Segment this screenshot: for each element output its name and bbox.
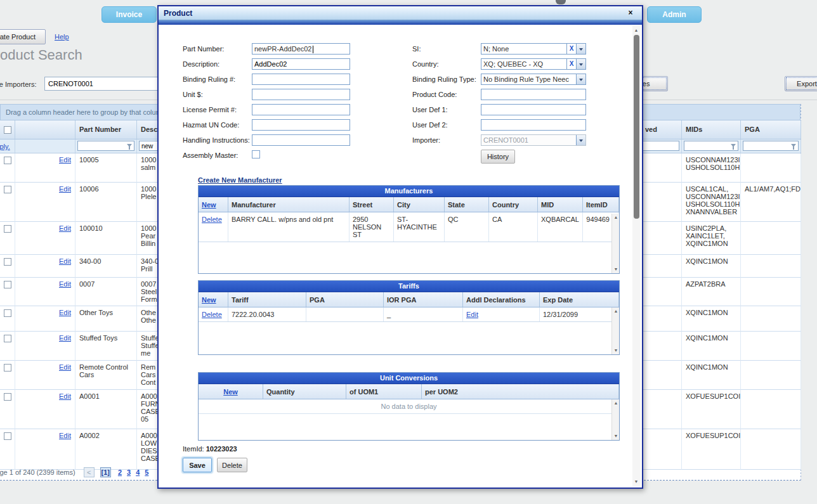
- chevron-down-icon[interactable]: [576, 135, 585, 145]
- mids-cell: USINC2PLA, XAINC1LET, XQINC1MON: [682, 222, 741, 255]
- row-checkbox[interactable]: [4, 258, 11, 266]
- description-input[interactable]: [252, 58, 350, 70]
- row-checkbox[interactable]: [4, 432, 11, 440]
- scrollbar[interactable]: ▲ ▼: [611, 399, 619, 440]
- binding-ruling-input[interactable]: [252, 74, 350, 85]
- history-button[interactable]: History: [481, 150, 515, 164]
- row-checkbox[interactable]: [4, 364, 11, 372]
- new-unit-conversion-link[interactable]: New: [223, 388, 238, 396]
- edit-link[interactable]: Edit: [59, 309, 71, 316]
- scroll-down-icon[interactable]: ▼: [633, 479, 639, 485]
- chevron-down-icon[interactable]: [576, 59, 585, 69]
- part-number-filter-input[interactable]: [77, 141, 134, 151]
- prev-page-button[interactable]: <: [84, 467, 95, 477]
- create-product-button[interactable]: Create Product: [0, 29, 46, 44]
- unit-price-input[interactable]: [252, 89, 350, 100]
- product-code-input[interactable]: [481, 89, 586, 100]
- manufacturers-panel: Manufacturers New Manufacturer Street Ci…: [198, 185, 620, 274]
- row-checkbox[interactable]: [4, 225, 11, 233]
- filter-funnel-icon[interactable]: [791, 144, 797, 150]
- edit-link[interactable]: Edit: [59, 280, 71, 288]
- page-link[interactable]: 3: [127, 468, 131, 476]
- edit-link[interactable]: Edit: [59, 392, 71, 400]
- row-select-cell[interactable]: [0, 390, 15, 429]
- delete-manufacturer-link[interactable]: Delete: [202, 216, 222, 223]
- row-checkbox[interactable]: [4, 335, 11, 342]
- row-select-cell[interactable]: [0, 255, 15, 278]
- scroll-down-icon[interactable]: ▼: [613, 347, 619, 354]
- row-select-cell[interactable]: [0, 222, 15, 255]
- clear-x-button[interactable]: X: [566, 44, 576, 54]
- select-all-checkbox[interactable]: [4, 126, 11, 134]
- scroll-up-icon[interactable]: ▲: [613, 400, 619, 406]
- apply-link[interactable]: Apply.: [0, 143, 10, 150]
- license-permit-input[interactable]: [252, 104, 350, 115]
- save-button[interactable]: Save: [183, 458, 212, 472]
- si-combo[interactable]: N; NoneX: [481, 43, 586, 55]
- edit-link[interactable]: Edit: [59, 156, 71, 164]
- user-def-2-input[interactable]: [481, 119, 586, 131]
- scroll-up-icon[interactable]: ▲: [613, 308, 619, 314]
- tab-admin[interactable]: Admin: [647, 6, 702, 23]
- chevron-down-icon[interactable]: [576, 44, 585, 54]
- hazmat-un-code-input[interactable]: [252, 119, 350, 131]
- row-select-cell[interactable]: [0, 278, 15, 306]
- filter-funnel-icon[interactable]: [127, 144, 133, 150]
- pga-column-header[interactable]: PGA: [741, 120, 801, 139]
- row-select-cell[interactable]: [0, 429, 15, 470]
- page-link[interactable]: 4: [136, 468, 140, 476]
- part-number-column-header[interactable]: Part Number: [75, 120, 137, 139]
- new-manufacturer-link[interactable]: New: [202, 201, 216, 209]
- row-checkbox[interactable]: [4, 281, 11, 288]
- row-select-cell[interactable]: [0, 153, 15, 183]
- scroll-down-icon[interactable]: ▼: [613, 266, 619, 273]
- filter-funnel-icon[interactable]: [731, 144, 736, 150]
- export-button[interactable]: Export: [785, 76, 817, 91]
- pga-filter-input[interactable]: [743, 141, 799, 151]
- scroll-up-icon[interactable]: ▲: [613, 214, 619, 221]
- row-select-cell[interactable]: [0, 306, 15, 332]
- clear-x-button[interactable]: X: [566, 59, 576, 69]
- edit-link[interactable]: Edit: [59, 257, 71, 265]
- scrollbar[interactable]: ▲ ▼: [611, 307, 619, 354]
- user-def-1-input[interactable]: [481, 104, 586, 115]
- handling-instructions-input[interactable]: [252, 134, 350, 146]
- row-select-cell[interactable]: [0, 332, 15, 361]
- assembly-master-checkbox[interactable]: [252, 150, 260, 158]
- help-link[interactable]: Help: [55, 33, 69, 41]
- delete-button[interactable]: Delete: [217, 458, 247, 472]
- new-tariff-link[interactable]: New: [202, 296, 216, 304]
- scroll-down-icon[interactable]: ▼: [613, 433, 619, 439]
- tab-invoice[interactable]: Invoice: [101, 6, 157, 23]
- edit-link[interactable]: Edit: [59, 363, 71, 371]
- mids-cell: XOFUESUP1COI: [682, 429, 741, 470]
- edit-declarations-link[interactable]: Edit: [466, 311, 478, 318]
- country-combo[interactable]: XQ; QUEBEC - XQX: [481, 58, 586, 70]
- create-new-manufacturer-link[interactable]: Create New Manufacturer: [198, 176, 282, 184]
- scrollbar-thumb[interactable]: [634, 35, 639, 219]
- row-checkbox[interactable]: [4, 157, 11, 164]
- page-link[interactable]: 2: [118, 468, 122, 476]
- binding-ruling-type-combo[interactable]: No Binding Rule Type Neec: [481, 74, 586, 85]
- close-icon[interactable]: ×: [625, 8, 636, 18]
- part-number-input[interactable]: newPR-AddDec02: [252, 43, 350, 55]
- edit-link[interactable]: Edit: [59, 432, 71, 439]
- edit-cell: Edit: [15, 222, 75, 255]
- row-checkbox[interactable]: [4, 186, 11, 193]
- edit-cell: Edit: [15, 390, 75, 429]
- edit-link[interactable]: Edit: [59, 334, 71, 342]
- row-select-cell[interactable]: [0, 361, 15, 390]
- delete-tariff-link[interactable]: Delete: [202, 311, 222, 318]
- modal-scrollbar[interactable]: ▲ ▼: [632, 26, 641, 486]
- chevron-down-icon[interactable]: [576, 74, 585, 84]
- select-all-cell[interactable]: [0, 120, 15, 139]
- row-checkbox[interactable]: [4, 309, 11, 317]
- scroll-up-icon[interactable]: ▲: [633, 27, 639, 34]
- row-select-cell[interactable]: [0, 183, 15, 222]
- edit-link[interactable]: Edit: [59, 185, 71, 193]
- edit-link[interactable]: Edit: [59, 224, 71, 232]
- row-checkbox[interactable]: [4, 393, 11, 401]
- page-link[interactable]: 5: [145, 468, 148, 476]
- scrollbar[interactable]: ▲ ▼: [611, 214, 619, 273]
- mids-column-header[interactable]: MIDs: [682, 120, 741, 139]
